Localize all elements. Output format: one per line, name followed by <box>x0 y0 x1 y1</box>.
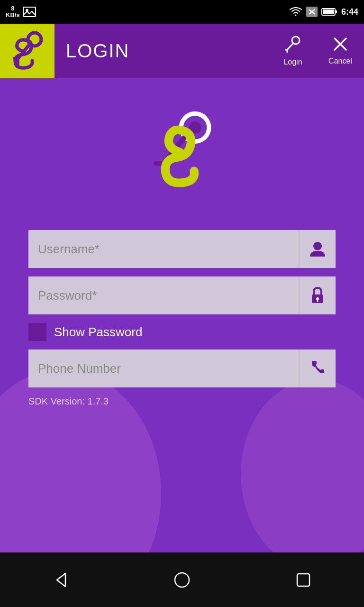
password-input[interactable] <box>28 276 299 314</box>
battery-icon <box>321 8 337 16</box>
close-icon <box>333 37 348 55</box>
sdk-version: SDK Version: 1.7.3 <box>28 396 336 407</box>
password-group <box>28 276 336 314</box>
status-bar: 8KB/s 6:44 <box>0 0 364 24</box>
show-password-label: Show Password <box>54 325 142 340</box>
svg-line-13 <box>287 44 293 50</box>
username-input[interactable] <box>28 230 299 268</box>
page-title: LOGIN <box>55 40 269 62</box>
header: LOGIN Login Cancel <box>0 24 364 78</box>
bottom-nav <box>0 552 364 607</box>
lock-icon <box>308 286 327 305</box>
home-button[interactable] <box>163 561 201 599</box>
svg-rect-0 <box>23 7 36 17</box>
svg-point-28 <box>175 573 189 587</box>
center-logo-icon <box>144 107 220 211</box>
form-area: Show Password SDK Version: 1.7.3 <box>0 230 364 407</box>
password-icon-box <box>299 276 336 314</box>
image-icon <box>23 7 36 17</box>
signal-icon <box>306 7 318 17</box>
status-bar-right: 6:44 <box>289 7 358 17</box>
wifi-icon <box>289 7 302 17</box>
main-content: Show Password SDK Version: 1.7.3 <box>0 78 364 607</box>
status-bar-left: 8KB/s <box>6 5 36 19</box>
header-actions: Login Cancel <box>269 24 364 78</box>
svg-rect-6 <box>335 10 337 13</box>
username-icon-box <box>299 230 336 268</box>
back-button[interactable] <box>42 561 80 599</box>
svg-point-23 <box>313 242 322 250</box>
network-speed: 8KB/s <box>6 5 20 19</box>
phone-group <box>28 349 336 387</box>
login-button[interactable]: Login <box>269 24 317 78</box>
key-icon <box>285 36 300 56</box>
svg-point-25 <box>316 297 319 300</box>
phone-icon-box <box>299 349 336 387</box>
phone-icon <box>308 359 327 378</box>
username-group <box>28 230 336 268</box>
logo-icon <box>9 30 46 73</box>
cancel-button[interactable]: Cancel <box>317 24 364 78</box>
login-label: Login <box>283 58 302 66</box>
show-password-checkbox[interactable] <box>28 323 46 341</box>
svg-rect-29 <box>297 574 309 586</box>
center-logo-area <box>0 78 364 230</box>
wave-decoration-2 <box>241 379 364 569</box>
show-password-row: Show Password <box>28 323 336 341</box>
status-time: 6:44 <box>341 7 358 17</box>
svg-marker-27 <box>57 573 65 587</box>
svg-rect-7 <box>323 9 334 14</box>
cancel-label: Cancel <box>328 57 352 65</box>
user-icon <box>308 239 327 258</box>
recents-button[interactable] <box>284 561 322 599</box>
phone-input[interactable] <box>28 349 299 387</box>
app-logo <box>0 24 55 78</box>
